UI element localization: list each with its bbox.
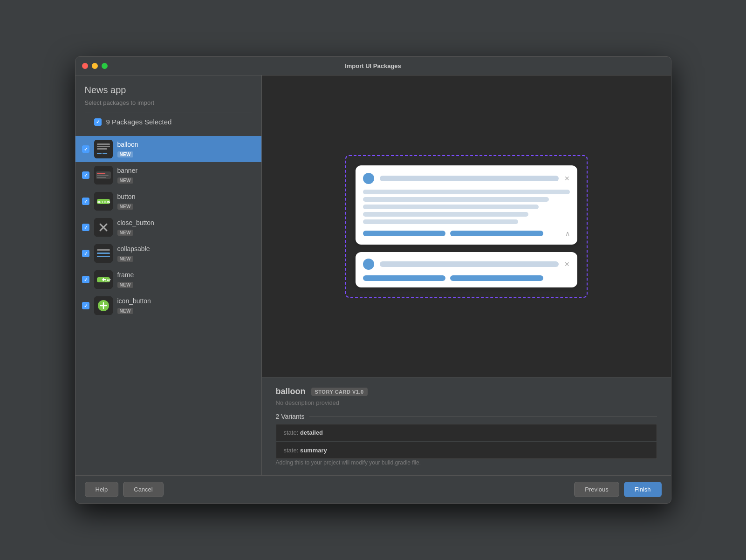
svg-rect-9 — [97, 175, 109, 176]
package-name: button — [117, 193, 255, 200]
package-checkbox[interactable] — [82, 198, 89, 205]
list-item[interactable]: balloon NEW — [75, 136, 261, 162]
card-chevron-icon: ∧ — [565, 230, 570, 237]
title-bar: Import UI Packages — [75, 57, 671, 75]
card-header: ✕ — [363, 173, 570, 184]
svg-rect-5 — [103, 153, 107, 154]
svg-text:BUTTON: BUTTON — [96, 200, 110, 204]
packages-selected-label: 9 Packages Selected — [106, 118, 172, 126]
variant-state-label: state: — [284, 429, 300, 436]
package-icon-button: BUTTON — [94, 192, 113, 211]
package-info: frame NEW — [117, 271, 255, 288]
card-preview-detailed: ✕ ∧ — [356, 165, 577, 245]
traffic-lights — [82, 63, 108, 69]
main-window: Import UI Packages News app Select packa… — [75, 56, 671, 504]
list-item[interactable]: PLAY frame NEW — [75, 266, 261, 293]
package-checkbox[interactable] — [82, 224, 89, 231]
package-list: balloon NEW — [75, 136, 261, 475]
svg-rect-8 — [97, 173, 105, 174]
card-action-btn-small-2 — [450, 275, 543, 281]
card-header-line — [380, 176, 559, 181]
package-checkbox[interactable] — [82, 276, 89, 283]
card-avatar-dot — [363, 173, 374, 184]
svg-rect-4 — [97, 153, 102, 154]
svg-rect-18 — [97, 249, 110, 251]
package-info: button NEW — [117, 193, 255, 210]
minimize-button[interactable] — [92, 63, 98, 69]
svg-text:PLAY: PLAY — [102, 279, 110, 282]
sidebar-header: News app Select packages to import 9 Pac… — [75, 75, 261, 136]
new-badge: NEW — [117, 256, 133, 262]
list-item[interactable]: icon_button NEW — [75, 293, 261, 319]
maximize-button[interactable] — [102, 63, 108, 69]
package-icon-frame: PLAY — [94, 270, 113, 289]
detail-description: No description provided — [276, 399, 657, 406]
variants-label: 2 Variants — [276, 413, 657, 420]
right-panel: ✕ ∧ — [262, 75, 671, 475]
new-badge: NEW — [117, 151, 133, 157]
card-line — [363, 205, 539, 209]
card-footer: ∧ — [363, 230, 570, 237]
detail-package-name: balloon — [276, 387, 306, 396]
card-line — [363, 197, 549, 202]
package-checkbox[interactable] — [82, 250, 89, 257]
svg-rect-1 — [97, 143, 110, 145]
cancel-button[interactable]: Cancel — [123, 482, 163, 497]
variant-state-label: state: — [284, 447, 300, 454]
svg-rect-2 — [97, 146, 110, 147]
new-badge: NEW — [117, 282, 133, 288]
package-name: icon_button — [117, 297, 255, 305]
list-item[interactable]: collapsable NEW — [75, 240, 261, 266]
package-checkbox[interactable] — [82, 145, 89, 153]
card-header-small: ✕ — [363, 259, 570, 270]
detail-section: balloon STORY CARD V1.0 No description p… — [262, 377, 671, 475]
finish-button[interactable]: Finish — [624, 482, 662, 497]
svg-rect-20 — [97, 256, 110, 257]
new-badge: NEW — [117, 308, 133, 314]
package-icon-close-button — [94, 218, 113, 237]
list-item[interactable]: BUTTON button NEW — [75, 188, 261, 214]
gradle-note: Adding this to your project will modify … — [276, 459, 657, 466]
package-checkbox[interactable] — [82, 171, 89, 179]
new-badge: NEW — [117, 178, 133, 184]
previous-button[interactable]: Previous — [574, 482, 619, 497]
card-lines — [363, 190, 570, 224]
select-all-checkbox[interactable] — [94, 118, 102, 126]
card-line — [363, 212, 528, 217]
card-close-icon: ✕ — [564, 175, 570, 182]
variant-state-value: detailed — [300, 429, 323, 436]
help-button[interactable]: Help — [85, 482, 119, 497]
card-preview-summary: ✕ — [356, 252, 577, 287]
package-name: frame — [117, 271, 255, 279]
variant-state-value: summary — [300, 447, 327, 454]
card-line — [363, 219, 518, 224]
package-name: collapsable — [117, 245, 255, 253]
card-footer-small — [363, 275, 570, 281]
card-action-btn-2 — [450, 231, 543, 236]
new-badge: NEW — [117, 204, 133, 210]
card-avatar-dot-small — [363, 259, 374, 270]
package-icon-icon-button — [94, 296, 113, 315]
list-item[interactable]: banner NEW — [75, 162, 261, 188]
close-button[interactable] — [82, 63, 88, 69]
window-title: Import UI Packages — [345, 62, 401, 69]
package-checkbox[interactable] — [82, 302, 89, 309]
card-action-btn-small-1 — [363, 275, 446, 281]
variant-row: state: summary — [276, 442, 657, 459]
card-close-icon-small: ✕ — [564, 260, 570, 268]
bottom-bar: Help Cancel Previous Finish — [75, 475, 671, 503]
package-icon-balloon — [94, 140, 113, 158]
app-name: News app — [85, 85, 252, 96]
card-line — [363, 190, 570, 194]
svg-rect-3 — [97, 148, 107, 150]
svg-rect-19 — [97, 253, 110, 254]
story-card-badge: STORY CARD V1.0 — [311, 388, 368, 396]
variant-row: state: detailed — [276, 424, 657, 441]
list-item[interactable]: close_button NEW — [75, 214, 261, 240]
packages-selected-row: 9 Packages Selected — [85, 118, 252, 131]
package-name: close_button — [117, 219, 255, 226]
select-packages-label: Select packages to import — [85, 99, 252, 106]
new-badge: NEW — [117, 230, 133, 236]
package-info: balloon NEW — [117, 141, 255, 158]
card-action-btn-1 — [363, 231, 446, 236]
